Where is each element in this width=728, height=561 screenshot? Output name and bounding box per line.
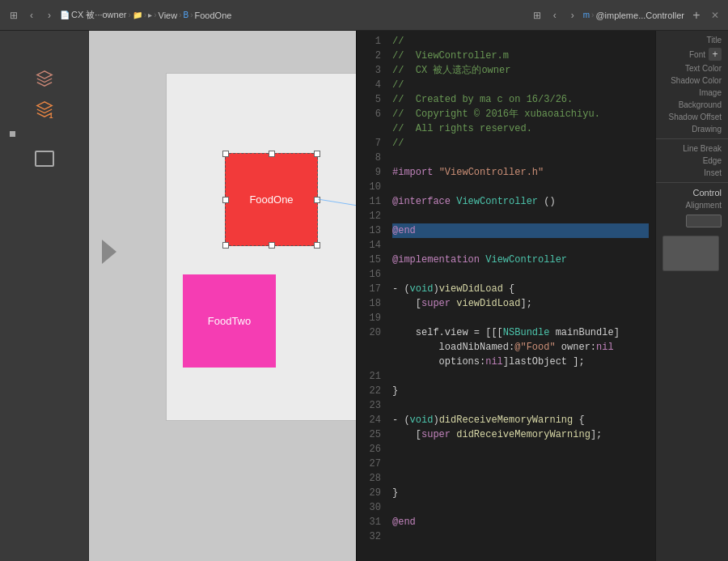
svg-line-1 [318, 199, 356, 226]
connection-line [167, 74, 356, 420]
nav-prev-right[interactable]: ‹ [548, 8, 562, 23]
food-two-view[interactable]: FoodTwo [183, 274, 276, 368]
package-icon[interactable]: 1 [32, 97, 57, 121]
code-lines: 12345 6789 1011121314 1516171819 202122 … [357, 31, 655, 561]
top-bar: ⊞ ‹ › 📄 CX 被···owner › 📁 › ▸ › View › B … [0, 0, 728, 31]
dot-indicator [0, 125, 88, 143]
alignment-row: Alignment [656, 199, 728, 211]
code-line [392, 500, 649, 515]
drawing-row: Drawing [656, 123, 728, 135]
alignment-control[interactable] [662, 215, 722, 227]
top-bar-right: ⊞ ‹ › m › @impleme...Controller + ✕ [366, 6, 722, 24]
viewcontroller-box: FoodOne FoodTwo [166, 73, 356, 421]
left-sidebar: 1 [0, 31, 89, 561]
canvas-area[interactable]: FoodOne FoodTwo [89, 31, 356, 561]
food-one-view[interactable]: FoodOne [225, 153, 318, 246]
code-line [392, 209, 649, 223]
image-row: Image [656, 87, 728, 99]
b-icon: B [184, 11, 189, 19]
top-bar-left: ⊞ ‹ › 📄 CX 被···owner › 📁 › ▸ › View › B … [6, 8, 362, 23]
control-row: Control [656, 186, 728, 199]
divider-2 [656, 182, 728, 183]
code-line: // [392, 78, 649, 92]
file-icon: 📄 [60, 11, 70, 19]
font-row: Font + [656, 46, 728, 62]
code-line: loadNibNamed:@"Food" owner:nil [392, 340, 649, 355]
handle-mr[interactable] [314, 197, 320, 203]
bc-foodone: FoodOne [195, 11, 232, 20]
close-tab-button[interactable]: ✕ [709, 9, 722, 22]
drawing-label: Drawing [692, 125, 722, 134]
edge-row: Edge [656, 155, 728, 167]
inset-label: Inset [704, 168, 722, 177]
code-line: // Copyright © 2016年 xubaoaichiyu. [392, 107, 649, 121]
folder-icon: 📁 [133, 11, 142, 19]
title-label: Title [706, 36, 722, 45]
handle-tr[interactable] [314, 151, 320, 157]
code-line [392, 311, 649, 325]
handle-bm[interactable] [269, 242, 275, 249]
shadow-color-label: Shadow Color [671, 76, 722, 85]
code-line: @implementation ViewController [392, 253, 649, 267]
line-break-row: Line Break [656, 142, 728, 155]
nav-prev-left[interactable]: ‹ [24, 8, 39, 23]
code-line: options:nil]lastObject ]; [392, 355, 649, 369]
bc-owner: CX 被···owner [71, 9, 126, 21]
code-editor: 12345 6789 1011121314 1516171819 202122 … [356, 31, 655, 561]
image-label: Image [699, 88, 722, 97]
bc-view: View [159, 11, 178, 20]
main-content: 1 FoodOne [0, 31, 728, 561]
code-line [392, 529, 649, 544]
handle-bl[interactable] [222, 242, 229, 249]
title-row: Title [656, 34, 728, 46]
handle-tl[interactable] [222, 151, 229, 157]
handle-tm[interactable] [269, 151, 275, 157]
rect-icon[interactable] [32, 147, 57, 171]
handle-ml[interactable] [222, 197, 229, 203]
breadcrumb-left: 📄 CX 被···owner › 📁 › ▸ › View › B › Food… [60, 9, 231, 21]
font-plus-button[interactable]: + [709, 48, 722, 61]
text-color-row: Text Color [656, 62, 728, 74]
add-tab-button[interactable]: + [688, 6, 705, 24]
nav-next-right[interactable]: › [565, 8, 580, 23]
bc-rsep1: › [591, 11, 594, 19]
edge-label: Edge [703, 156, 722, 165]
grid-toggle-left[interactable]: ⊞ [6, 8, 21, 23]
divider-1 [656, 138, 728, 139]
shadow-offset-row: Shadow Offset [656, 111, 728, 123]
bc-sep3: › [154, 11, 156, 19]
code-line: // Created by ma c on 16/3/26. [392, 92, 649, 107]
handle-br[interactable] [314, 242, 320, 249]
code-line: @interface ViewController () [392, 194, 649, 209]
grid-toggle-right[interactable]: ⊞ [530, 8, 544, 23]
code-line: // [392, 136, 649, 151]
code-line [392, 442, 649, 457]
code-line: - (void)viewDidLoad { [392, 282, 649, 296]
font-label: Font [689, 50, 705, 59]
color-swatch-area [662, 236, 722, 271]
right-panel: Title Font + Text Color Shadow Color Ima… [655, 31, 728, 561]
code-line [392, 398, 649, 413]
code-line: [super didReceiveMemoryWarning]; [392, 427, 649, 442]
control-label: Control [693, 188, 722, 198]
bc-controller: @impleme...Controller [595, 11, 684, 20]
cube-icon[interactable] [32, 66, 57, 91]
breadcrumb-right: m › @impleme...Controller [583, 11, 684, 20]
inset-row: Inset [656, 167, 728, 179]
shadow-offset-label: Shadow Offset [669, 113, 722, 121]
alignment-label: Alignment [686, 201, 722, 210]
code-line [392, 369, 649, 384]
right-panel-inner: Title Font + Text Color Shadow Color Ima… [656, 34, 728, 276]
line-break-label: Line Break [683, 144, 722, 153]
code-line: - (void)didReceiveMemoryWarning { [392, 413, 649, 427]
food-one-label: FoodOne [226, 154, 317, 245]
text-color-label: Text Color [685, 64, 722, 73]
nav-next-left[interactable]: › [42, 8, 57, 23]
line-numbers: 12345 6789 1011121314 1516171819 202122 … [357, 31, 386, 561]
code-line: // ViewController.m [392, 49, 649, 63]
code-line: [super viewDidLoad]; [392, 296, 649, 311]
m-icon: m [583, 11, 590, 19]
background-row: Background [656, 99, 728, 111]
background-label: Background [679, 100, 722, 109]
code-line-highlighted: @end [392, 223, 649, 238]
